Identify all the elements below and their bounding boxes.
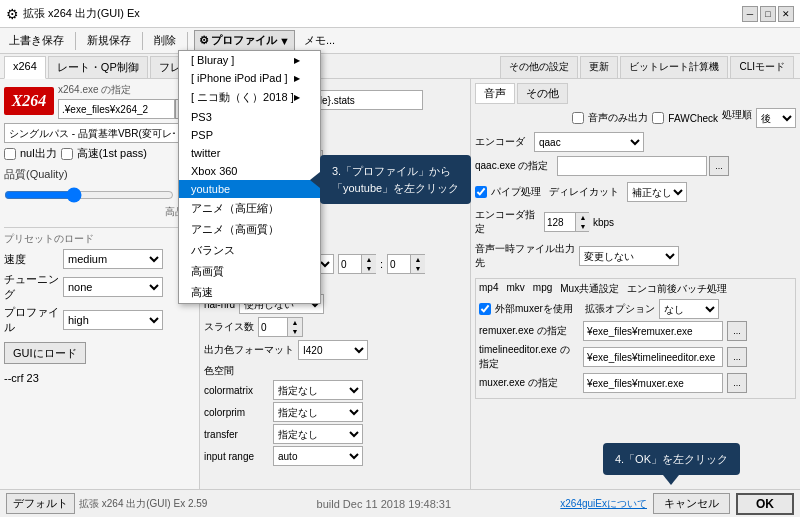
dropdown-item-anime-hq[interactable]: アニメ（高画質）	[179, 219, 320, 240]
bitrate-down-btn[interactable]: ▼	[576, 222, 590, 231]
pass-select[interactable]: シングルパス - 品質基準VBR(変可レート)	[4, 123, 192, 143]
toolbar: 上書き保存 新規保存 削除 ⚙ プロファイル ▼ メモ...	[0, 28, 800, 54]
processing-select[interactable]: 後	[756, 108, 796, 128]
mpg-label: mpg	[533, 282, 552, 296]
dropdown-item-psp[interactable]: PSP	[179, 126, 320, 144]
sar1-down-btn[interactable]: ▼	[362, 264, 376, 273]
overwrite-save-button[interactable]: 上書き保存	[4, 30, 69, 51]
dropdown-item-balance[interactable]: バランス	[179, 240, 320, 261]
tab-audio[interactable]: 音声	[475, 83, 515, 104]
muxer-browse-btn[interactable]: ...	[727, 373, 747, 393]
dropdown-item-nico[interactable]: [ ニコ動（く）2018 ] ▶	[179, 87, 320, 108]
sar2-down-btn[interactable]: ▼	[411, 264, 425, 273]
qaac-path-input[interactable]	[557, 156, 707, 176]
dropdown-item-xbox[interactable]: Xbox 360	[179, 162, 320, 180]
sar2-up-btn[interactable]: ▲	[411, 255, 425, 264]
audio-output-label: 音声一時ファイル出力先	[475, 242, 575, 270]
arrow-icon: ▶	[294, 93, 300, 102]
dropdown-item-anime-compress[interactable]: アニメ（高圧縮）	[179, 198, 320, 219]
extend-options-select[interactable]: なし	[659, 299, 719, 319]
high-pass-label: 高速(1st pass)	[77, 146, 147, 161]
default-button[interactable]: デフォルト	[6, 493, 75, 514]
output-format-select[interactable]: I420	[298, 340, 368, 360]
callout-line2: 「youtube」を左クリック	[332, 180, 459, 197]
x264-exe-path[interactable]	[58, 99, 175, 119]
tuning-label: チューニング	[4, 272, 59, 302]
remuxer-input[interactable]	[583, 321, 723, 341]
remuxer-browse-btn[interactable]: ...	[727, 321, 747, 341]
left-panel: X264 x264.exe の指定 ... シングルパス - 品質基準VBR(変…	[0, 79, 200, 517]
tab-rate-qp[interactable]: レート・QP制御	[48, 56, 148, 78]
timeline-browse-btn[interactable]: ...	[727, 347, 747, 367]
delete-button[interactable]: 削除	[149, 30, 181, 51]
gui-load-btn[interactable]: GUIにロード	[4, 342, 86, 364]
sar-value2-input[interactable]	[388, 255, 410, 273]
profile-button[interactable]: ⚙ プロファイル ▼	[194, 30, 295, 51]
high-pass-checkbox[interactable]	[61, 148, 73, 160]
audio-output-select[interactable]: 変更しない	[579, 246, 679, 266]
tab-x264[interactable]: x264	[4, 56, 46, 79]
tab-other[interactable]: その他	[517, 83, 568, 104]
slice-up-btn[interactable]: ▲	[288, 318, 302, 327]
callout-profile: 3.「プロファイル」から 「youtube」を左クリック	[320, 155, 471, 204]
tab-other-settings[interactable]: その他の設定	[500, 56, 578, 78]
profile-label: プロファイル	[4, 305, 59, 335]
null-output-label: nul出力	[20, 146, 57, 161]
speed-select[interactable]: medium	[63, 249, 163, 269]
tab-update[interactable]: 更新	[580, 56, 618, 78]
mp4-label: mp4	[479, 282, 498, 296]
new-save-button[interactable]: 新規保存	[82, 30, 136, 51]
close-btn[interactable]: ✕	[778, 6, 794, 22]
timeline-input[interactable]	[583, 347, 723, 367]
tuning-select[interactable]: none	[63, 277, 163, 297]
dropdown-menu: [ Bluray ] ▶ [ iPhone iPod iPad ] ▶ [ ニコ…	[178, 50, 321, 304]
tab-cli-mode[interactable]: CLIモード	[730, 56, 794, 78]
slice-count-input[interactable]	[259, 318, 287, 336]
remuxer-label: remuxer.exe の指定	[479, 324, 579, 338]
processing-label: 処理順	[722, 108, 752, 128]
ok-button[interactable]: OK	[736, 493, 794, 515]
about-link[interactable]: x264guiExについて	[560, 497, 647, 511]
tab-bitrate-calc[interactable]: ビットレート計算機	[620, 56, 728, 78]
arrow-icon: ▶	[294, 74, 300, 83]
sar1-up-btn[interactable]: ▲	[362, 255, 376, 264]
dropdown-item-high-quality[interactable]: 高画質	[179, 261, 320, 282]
dropdown-item-twitter[interactable]: twitter	[179, 144, 320, 162]
dropdown-item-iphone[interactable]: [ iPhone iPod iPad ] ▶	[179, 69, 320, 87]
bitrate-up-btn[interactable]: ▲	[576, 213, 590, 222]
audio-only-checkbox[interactable]	[572, 112, 584, 124]
quality-slider[interactable]	[4, 187, 174, 203]
muxer-input[interactable]	[583, 373, 723, 393]
preset-section-label: プリセットのロード	[4, 232, 195, 246]
muxer-label: muxer.exe の指定	[479, 376, 579, 390]
bitrate-input[interactable]	[545, 213, 575, 231]
output-format-label: 出力色フォーマット	[204, 343, 294, 357]
dropdown-item-ps3[interactable]: PS3	[179, 108, 320, 126]
minimize-btn[interactable]: ─	[742, 6, 758, 22]
transfer-select[interactable]: 指定なし	[273, 424, 363, 444]
profile-select[interactable]: high	[63, 310, 163, 330]
maximize-btn[interactable]: □	[760, 6, 776, 22]
pipe-checkbox[interactable]	[475, 186, 487, 198]
qaac-browse-btn[interactable]: ...	[709, 156, 729, 176]
title-bar: ⚙ 拡張 x264 出力(GUI) Ex ─ □ ✕	[0, 0, 800, 28]
colorprim-select[interactable]: 指定なし	[273, 402, 363, 422]
toolbar-separator-3	[187, 32, 188, 50]
dropdown-item-bluray[interactable]: [ Bluray ] ▶	[179, 51, 320, 69]
bitrate-unit: kbps	[593, 217, 614, 228]
delay-select[interactable]: 補正なし	[627, 182, 687, 202]
input-range-select[interactable]: auto	[273, 446, 363, 466]
encoder-select[interactable]: qaac	[534, 132, 644, 152]
memo-button[interactable]: メモ...	[299, 30, 340, 51]
sar-value1-input[interactable]	[339, 255, 361, 273]
input-range-label: input range	[204, 451, 269, 462]
colormatrix-select[interactable]: 指定なし	[273, 380, 363, 400]
fawcheck-checkbox[interactable]	[652, 112, 664, 124]
callout-arrow-bottom	[663, 475, 679, 485]
slice-down-btn[interactable]: ▼	[288, 327, 302, 336]
dropdown-item-high-speed[interactable]: 高速	[179, 282, 320, 303]
null-output-checkbox[interactable]	[4, 148, 16, 160]
cancel-button[interactable]: キャンセル	[653, 493, 730, 514]
dropdown-item-youtube[interactable]: youtube	[179, 180, 320, 198]
external-muxer-checkbox[interactable]	[479, 303, 491, 315]
